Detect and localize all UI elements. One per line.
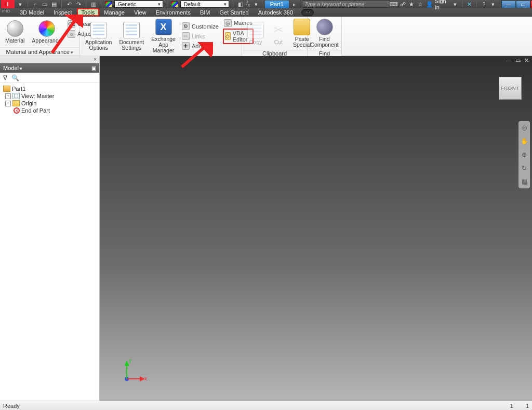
tab-inspect[interactable]: Inspect [49, 9, 76, 16]
model-browser: × Model ▣ ∇ 🔍 Part1 + View: Master + Ori… [0, 56, 100, 401]
separator [61, 1, 62, 7]
window-minimize-button[interactable]: — [501, 1, 516, 8]
tab-view[interactable]: View [130, 9, 151, 16]
save-icon[interactable]: ▤ [50, 1, 58, 8]
cut-button[interactable]: ✂ Cut [269, 21, 288, 46]
mdi-close-button[interactable]: ✕ [523, 57, 530, 64]
ribbon-overflow-button[interactable]: ⋯ [301, 9, 314, 16]
status-counter-1: 1 [510, 403, 513, 409]
browser-options-icon[interactable]: ▣ [91, 65, 96, 71]
tab-tools[interactable]: Tools [77, 9, 99, 16]
chevron-down-icon: ▾ [452, 1, 458, 8]
redo-icon[interactable]: ↷ [75, 1, 82, 8]
pro-label: PRO [2, 9, 10, 13]
add-ins-button[interactable]: ✚Add-Ins [181, 42, 220, 50]
select-icon[interactable]: ▥ [90, 1, 97, 8]
document-icon [123, 22, 140, 38]
browser-close-strip: × [0, 56, 99, 63]
panel-title-material-appearance[interactable]: Material and Appearance [0, 47, 79, 56]
open-icon[interactable]: ▭ [41, 1, 48, 8]
cut-label: Cut [274, 39, 283, 45]
navigation-bar: ◎ ✋ ⊕ ↻ ▦ [518, 121, 530, 188]
addins-icon: ✚ [182, 42, 190, 50]
appearance-swatch-icon[interactable] [171, 1, 178, 7]
tree-node-view[interactable]: + View: Master [1, 92, 98, 100]
undo-icon[interactable]: ↶ [65, 1, 73, 8]
application-options-button[interactable]: Application Options [83, 21, 114, 52]
exchange-app-manager-button[interactable]: Exchange App Manager [149, 18, 178, 54]
material-swatch-icon[interactable] [105, 1, 112, 7]
qat-dropdown-icon[interactable]: ▾ [17, 1, 24, 8]
exchange-icon[interactable]: ✕ [466, 1, 473, 8]
search-placeholder: Type a keyword or phrase [304, 2, 364, 7]
material-selected: Generic [118, 2, 136, 7]
nav-pan-icon[interactable]: ✋ [520, 137, 528, 145]
viewcube-face-label: FRONT [501, 86, 520, 91]
qat-more-icon[interactable]: ▾ [252, 1, 260, 8]
appearance-label: Appearance [32, 38, 61, 44]
tree-node-origin[interactable]: + Origin [1, 100, 98, 107]
folder-icon [12, 100, 20, 106]
appearance-dropdown[interactable]: Default [180, 1, 229, 8]
graphics-viewport[interactable]: — ▭ ✕ FRONT ◎ ✋ ⊕ ↻ ▦ y x [100, 56, 532, 401]
mdi-minimize-button[interactable]: — [506, 57, 513, 64]
keyboard-icon[interactable]: ⌨ [390, 1, 397, 8]
tab-get-started[interactable]: Get Started [215, 9, 252, 16]
customize-button[interactable]: ⚙Customize [181, 22, 220, 31]
find-component-button[interactable]: Find Component [308, 18, 340, 49]
sign-in-button[interactable]: 👤 Sign In ▾ [426, 0, 459, 10]
key-icon[interactable]: ☍ [400, 1, 406, 8]
search-input[interactable]: Type a keyword or phrase [302, 1, 390, 8]
separator [28, 1, 28, 7]
separator [167, 1, 167, 7]
window-maximize-button[interactable]: ▭ [516, 1, 530, 8]
document-settings-button[interactable]: Document Settings [117, 21, 146, 52]
browser-tree: Part1 + View: Master + Origin End of Par… [0, 83, 99, 401]
tab-label: Get Started [219, 9, 248, 16]
fx-icon[interactable]: fx [246, 0, 250, 8]
material-button[interactable]: Material [3, 19, 26, 45]
scissors-icon: ✂ [271, 22, 286, 38]
document-tab-next-icon[interactable]: ▸ [293, 2, 296, 7]
part-icon [3, 86, 10, 92]
viewcube[interactable]: FRONT [499, 77, 522, 100]
star-outline-icon[interactable]: ☆ [417, 1, 424, 8]
links-button[interactable]: ⇔Links [181, 32, 220, 40]
close-icon[interactable]: × [92, 57, 98, 62]
app-logo[interactable]: I [1, 0, 15, 8]
filter-icon[interactable]: ∇ [3, 74, 7, 81]
help-icon[interactable]: ? [481, 1, 487, 8]
tab-bim[interactable]: BIM [196, 9, 215, 16]
material-dropdown[interactable]: Generic [114, 1, 163, 8]
copy-button[interactable]: Copy [245, 21, 266, 46]
help-chevron-icon[interactable]: ▾ [489, 1, 496, 8]
document-tab[interactable]: Part1 [265, 1, 289, 8]
nav-lookat-icon[interactable]: ▦ [520, 177, 528, 186]
axis-x-label: x [144, 376, 147, 381]
expand-icon[interactable]: + [5, 101, 11, 106]
nav-wheel-icon[interactable]: ◎ [520, 124, 528, 132]
tab-environments[interactable]: Environments [152, 9, 195, 16]
appearance-button[interactable]: Appearance [30, 19, 63, 45]
end-of-part-icon [14, 107, 20, 114]
misc-icon[interactable]: ◧ [237, 1, 244, 8]
separator [476, 1, 477, 7]
tab-3d-model[interactable]: 3D Model [16, 9, 48, 16]
mdi-restore-button[interactable]: ▭ [514, 57, 522, 64]
find-icon[interactable]: 🔍 [11, 74, 19, 81]
tree-root[interactable]: Part1 [1, 85, 98, 92]
tree-node-end-of-part[interactable]: End of Part [1, 107, 98, 114]
expand-icon[interactable]: + [5, 93, 11, 99]
axis-y-label: y [129, 358, 131, 363]
new-icon[interactable]: ▫ [32, 1, 39, 8]
panel-options: Application Options Document Settings Ex… [80, 17, 242, 56]
nav-zoom-icon[interactable]: ⊕ [520, 151, 528, 159]
customize-label: Customize [192, 23, 219, 30]
tab-autodesk-360[interactable]: Autodesk 360 [254, 9, 297, 16]
star-icon[interactable]: ★ [408, 1, 415, 8]
adjust-icon: ☼ [68, 30, 75, 38]
browser-title-bar[interactable]: Model ▣ [0, 63, 99, 73]
nav-orbit-icon[interactable]: ↻ [520, 164, 528, 172]
tab-manage[interactable]: Manage [100, 9, 129, 16]
tab-label: Inspect [54, 9, 72, 16]
